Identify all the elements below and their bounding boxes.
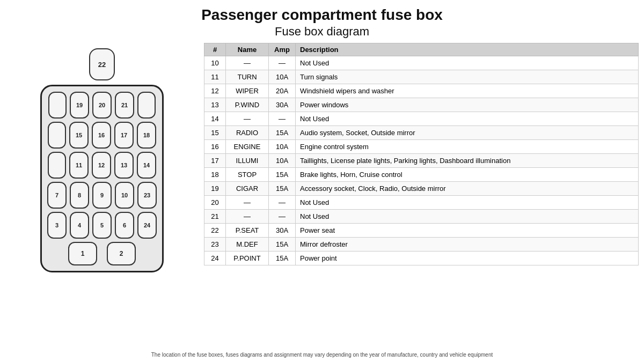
fuse-23: 23 [137,182,157,209]
cell-desc: Engine control system [296,140,639,154]
fuse-2: 2 [107,242,136,265]
fuse-9: 9 [92,182,112,209]
table-row: 13P.WIND30APower windows [204,98,639,112]
fuse-16: 16 [92,122,111,149]
cell-num: 19 [204,182,226,196]
fuse-4: 4 [70,212,89,239]
fuse-24: 24 [137,212,157,239]
cell-amp: 15A [269,168,296,182]
table-row: 10——Not Used [204,56,639,70]
cell-amp: 15A [269,182,296,196]
table-row: 22P.SEAT30APower seat [204,224,639,238]
cell-num: 16 [204,140,226,154]
fuse-1: 1 [68,242,97,265]
fuse-row-5: 3 4 5 6 24 [47,212,157,239]
cell-desc: Not Used [296,196,639,210]
table-row: 17ILLUMI10ATaillights, License plate lig… [204,154,639,168]
fuse-row-1: 19 20 21 [47,92,157,119]
table-row: 12WIPER20AWindshield wipers and washer [204,84,639,98]
cell-desc: Power windows [296,98,639,112]
table-header-row: # Name Amp Description [204,43,639,56]
cell-desc: Power seat [296,224,639,238]
cell-amp: 10A [269,154,296,168]
fuse-8: 8 [70,182,89,209]
cell-desc: Audio system, Socket, Outside mirror [296,126,639,140]
cell-name: RADIO [226,126,269,140]
cell-num: 24 [204,252,226,265]
fuse-11: 11 [69,152,89,179]
table-row: 24P.POINT15APower point [204,252,639,265]
fuse-row-4: 7 8 9 10 23 [47,182,157,209]
fuse-3: 3 [47,212,67,239]
fuse-bottom-row: 1 2 [47,242,157,265]
fuse-box-diagram: 22 19 20 21 15 16 17 18 [5,43,199,362]
cell-num: 23 [204,238,226,252]
fuse-table-container: # Name Amp Description 10——Not Used11TUR… [199,43,639,362]
page-subtitle: Fuse box diagram [0,25,644,39]
table-row: 23M.DEF15AMirror defroster [204,238,639,252]
cell-amp: 15A [269,238,296,252]
cell-num: 14 [204,112,226,126]
cell-num: 12 [204,84,226,98]
fuse-17: 17 [114,122,134,149]
cell-amp: 15A [269,126,296,140]
cell-name: ILLUMI [226,154,269,168]
fuse-10: 10 [115,182,134,209]
cell-num: 10 [204,56,226,70]
cell-num: 22 [204,224,226,238]
cell-name: — [226,56,269,70]
cell-desc: Mirror defroster [296,238,639,252]
cell-amp: 15A [269,252,296,265]
header-desc: Description [296,43,639,56]
header-name: Name [226,43,269,56]
fuse-13: 13 [114,152,134,179]
table-row: 16ENGINE10AEngine control system [204,140,639,154]
cell-name: — [226,196,269,210]
cell-desc: Accessory socket, Clock, Radio, Outside … [296,182,639,196]
header-num: # [204,43,226,56]
cell-amp: — [269,56,296,70]
fuse-15: 15 [69,122,89,149]
cell-desc: Turn signals [296,70,639,84]
cell-num: 20 [204,196,226,210]
fuse-row-2: 15 16 17 18 [47,122,157,149]
fuse-18: 18 [137,122,156,149]
cell-desc: Not Used [296,210,639,224]
cell-name: P.WIND [226,98,269,112]
cell-name: — [226,112,269,126]
cell-name: CIGAR [226,182,269,196]
cell-name: TURN [226,70,269,84]
table-row: 21——Not Used [204,210,639,224]
fuse-21: 21 [115,92,134,119]
table-row: 14——Not Used [204,112,639,126]
cell-desc: Taillights, License plate lights, Parkin… [296,154,639,168]
cell-desc: Power point [296,252,639,265]
table-row: 20——Not Used [204,196,639,210]
cell-amp: 10A [269,140,296,154]
page-title: Passenger compartment fuse box [0,0,644,25]
fuse-row-3: 11 12 13 14 [47,152,157,179]
cell-name: STOP [226,168,269,182]
cell-name: — [226,210,269,224]
cell-name: WIPER [226,84,269,98]
fuse-side-right-top [137,92,156,119]
cell-amp: 10A [269,70,296,84]
cell-num: 21 [204,210,226,224]
fuse-20: 20 [92,92,112,119]
cell-amp: — [269,112,296,126]
cell-desc: Windshield wipers and washer [296,84,639,98]
cell-amp: — [269,196,296,210]
table-row: 19CIGAR15AAccessory socket, Clock, Radio… [204,182,639,196]
table-row: 18STOP15ABrake lights, Horn, Cruise cont… [204,168,639,182]
cell-amp: 30A [269,98,296,112]
fuse-6: 6 [115,212,134,239]
fuse-19: 19 [70,92,89,119]
fuse-box: 19 20 21 15 16 17 18 11 12 13 [40,85,164,272]
fuse-table: # Name Amp Description 10——Not Used11TUR… [204,43,639,265]
table-row: 15RADIO15AAudio system, Socket, Outside … [204,126,639,140]
cell-desc: Not Used [296,112,639,126]
fuse-7: 7 [47,182,67,209]
cell-num: 17 [204,154,226,168]
fuse-top-area: 22 [89,48,115,80]
disclaimer-text: The location of the fuse boxes, fuses di… [0,349,644,361]
